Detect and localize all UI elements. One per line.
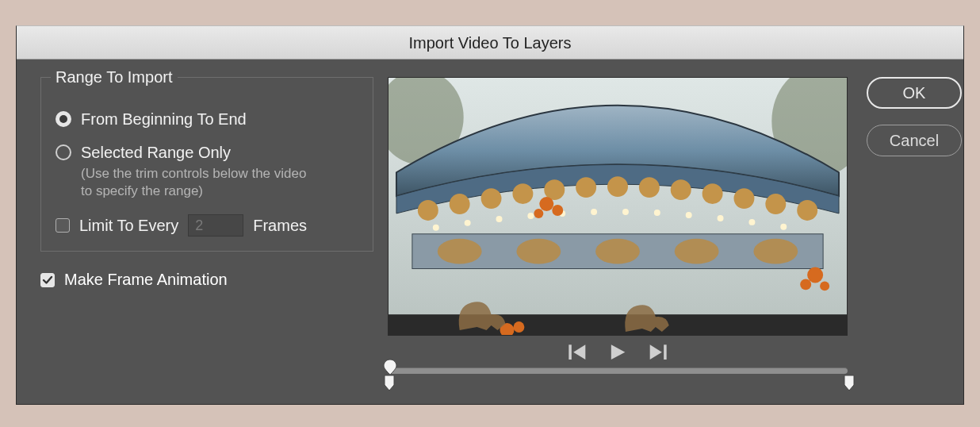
svg-point-30 xyxy=(516,239,561,264)
from-beginning-label: From Beginning To End xyxy=(81,110,247,129)
make-frame-animation-checkbox[interactable] xyxy=(40,273,55,287)
svg-point-5 xyxy=(481,188,502,209)
svg-rect-49 xyxy=(568,345,571,360)
svg-point-6 xyxy=(512,183,533,204)
video-preview xyxy=(388,77,848,336)
svg-point-29 xyxy=(438,239,482,264)
svg-point-11 xyxy=(671,179,691,200)
svg-point-45 xyxy=(800,279,811,290)
svg-point-23 xyxy=(654,210,660,216)
svg-point-17 xyxy=(465,220,471,226)
svg-point-27 xyxy=(780,224,787,230)
svg-point-14 xyxy=(765,194,786,214)
svg-point-12 xyxy=(702,183,723,204)
svg-point-25 xyxy=(718,215,724,221)
svg-point-3 xyxy=(418,200,438,221)
svg-point-42 xyxy=(552,205,563,216)
selected-range-label: Selected Range Only xyxy=(81,143,319,162)
play-button[interactable] xyxy=(607,344,629,361)
svg-point-48 xyxy=(513,321,524,333)
selected-range-radio[interactable] xyxy=(56,144,71,160)
cancel-button[interactable]: Cancel xyxy=(867,125,962,156)
svg-marker-50 xyxy=(573,345,585,360)
trim-bar xyxy=(388,364,848,391)
selected-range-hint: (Use the trim controls below the video t… xyxy=(81,165,319,200)
limit-frames-input[interactable] xyxy=(188,214,243,237)
import-video-to-layers-dialog: Import Video To Layers Range To Import F… xyxy=(16,25,964,405)
range-to-import-legend: Range To Import xyxy=(51,68,178,87)
svg-point-18 xyxy=(496,216,503,222)
svg-point-26 xyxy=(748,219,755,225)
svg-point-33 xyxy=(753,239,798,264)
limit-to-every-checkbox[interactable] xyxy=(56,218,70,233)
svg-point-44 xyxy=(807,267,823,283)
svg-point-15 xyxy=(797,200,817,221)
svg-point-16 xyxy=(433,225,439,231)
transport-controls xyxy=(388,336,848,364)
svg-rect-52 xyxy=(664,345,666,360)
limit-frames-unit: Frames xyxy=(253,217,307,235)
svg-point-22 xyxy=(622,209,629,215)
svg-point-43 xyxy=(534,209,543,218)
trim-track[interactable] xyxy=(388,367,848,374)
prev-frame-button[interactable] xyxy=(567,344,589,361)
svg-point-24 xyxy=(686,212,692,218)
trim-start-handle[interactable] xyxy=(383,374,396,391)
svg-point-9 xyxy=(607,176,628,197)
dialog-title: Import Video To Layers xyxy=(17,26,963,60)
svg-point-41 xyxy=(539,197,553,211)
svg-point-19 xyxy=(527,213,534,219)
svg-point-13 xyxy=(733,188,754,209)
svg-marker-53 xyxy=(650,345,662,360)
svg-rect-40 xyxy=(389,314,847,335)
svg-marker-51 xyxy=(611,345,625,360)
ok-button[interactable]: OK xyxy=(867,77,962,109)
svg-point-8 xyxy=(576,177,596,198)
svg-point-46 xyxy=(820,281,829,290)
make-frame-animation-label: Make Frame Animation xyxy=(64,271,228,289)
svg-point-31 xyxy=(595,239,640,264)
svg-point-4 xyxy=(450,194,470,214)
svg-point-10 xyxy=(639,177,660,198)
trim-end-handle[interactable] xyxy=(843,374,856,391)
next-frame-button[interactable] xyxy=(646,344,668,361)
svg-point-32 xyxy=(675,239,719,264)
range-to-import-group: Range To Import From Beginning To End Se… xyxy=(40,77,373,252)
playhead-handle[interactable] xyxy=(381,358,399,375)
from-beginning-radio[interactable] xyxy=(56,111,71,127)
limit-to-every-label: Limit To Every xyxy=(79,217,178,235)
svg-point-21 xyxy=(591,209,597,215)
